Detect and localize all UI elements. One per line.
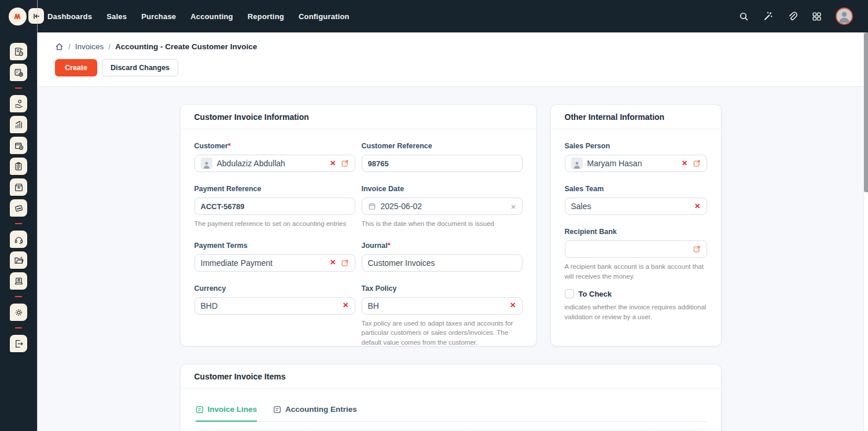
clear-payment-terms-icon[interactable]: ✕: [330, 259, 336, 266]
invoice-date-help: This is the date when the document is is…: [362, 219, 523, 229]
home-icon[interactable]: [55, 42, 64, 51]
collapse-sidebar-button[interactable]: [28, 8, 44, 24]
currency-input[interactable]: BHD ✕: [194, 297, 355, 315]
to-check-label: To Check: [579, 290, 612, 298]
sales-person-field: Sales Person Maryam Hasan ✕: [565, 142, 707, 172]
breadcrumb-current-page: Accounting - Create Customer Invoice: [115, 42, 257, 51]
avatar-person-icon: [837, 9, 852, 24]
breadcrumb-invoices[interactable]: Invoices: [75, 42, 104, 51]
card-title: Other Internal Information: [565, 112, 665, 122]
journal-field: Journal* Customer Invoices: [362, 242, 523, 272]
clear-currency-icon[interactable]: ✕: [343, 302, 348, 309]
search-icon[interactable]: [738, 11, 749, 21]
nav-menu-sales[interactable]: Sales: [106, 12, 127, 21]
journal-input[interactable]: Customer Invoices: [362, 254, 523, 272]
sidebar-divider: [37, 0, 38, 431]
sidebar-item-donations[interactable]: [10, 95, 27, 112]
sidebar-separator: [15, 296, 22, 297]
to-check-field[interactable]: To Check: [565, 289, 707, 298]
required-mark: *: [388, 242, 391, 250]
customer-label: Customer*: [194, 142, 355, 150]
invoice-date-input[interactable]: 2025-06-02 ×: [362, 198, 523, 215]
nav-menu-dashboards[interactable]: Dashboards: [47, 12, 92, 21]
top-navbar: Dashboards Sales Purchase Accounting Rep…: [0, 0, 868, 32]
open-payment-terms-icon[interactable]: [341, 259, 349, 267]
logo-icon: [13, 12, 23, 21]
payment-terms-value: Immediate Payment: [201, 258, 273, 268]
discard-changes-button[interactable]: Discard Changes: [102, 59, 178, 76]
nav-menu-bar: Dashboards Sales Purchase Accounting Rep…: [47, 0, 350, 32]
sidebar-item-accounting[interactable]: [10, 64, 27, 81]
collapse-sidebar-icon: [32, 12, 41, 20]
open-recipient-bank-icon[interactable]: [693, 245, 701, 253]
payment-reference-input[interactable]: ACCT-56789: [194, 198, 355, 215]
invoice-date-field: Invoice Date 2025-06-02 × This is the da…: [362, 185, 523, 229]
navbar-actions: [738, 0, 853, 32]
sidebar-item-orders[interactable]: [10, 158, 27, 175]
open-customer-record-icon[interactable]: [341, 159, 349, 167]
recipient-bank-input[interactable]: [565, 240, 707, 258]
sidebar-item-workspace[interactable]: [10, 272, 27, 290]
tab-accounting-entries[interactable]: Accounting Entries: [273, 405, 357, 422]
nav-menu-purchase[interactable]: Purchase: [141, 12, 176, 21]
sidebar-separator: [15, 87, 22, 89]
payment-reference-help: The payment reference to set on accounti…: [194, 219, 355, 229]
nav-menu-configuration[interactable]: Configuration: [299, 12, 350, 21]
open-sales-person-icon[interactable]: [693, 159, 701, 167]
user-avatar[interactable]: [836, 8, 853, 25]
tab-label: Invoice Lines: [208, 405, 258, 414]
create-button[interactable]: Create: [55, 59, 97, 76]
customer-reference-field: Customer Reference 98765: [362, 142, 523, 172]
sidebar-item-payments[interactable]: [10, 199, 27, 217]
sidebar-item-settings[interactable]: [10, 304, 27, 321]
sidebar-item-documents[interactable]: [10, 251, 27, 269]
sales-team-field: Sales Team Sales ✕: [565, 185, 707, 215]
sidebar-item-logout[interactable]: [10, 335, 27, 352]
payment-terms-input[interactable]: Immediate Payment ✕: [194, 254, 355, 272]
attachment-icon[interactable]: [787, 11, 797, 21]
tax-policy-input[interactable]: BH ✕: [362, 297, 523, 315]
sidebar-item-journal[interactable]: [10, 43, 27, 60]
analytics-chart-icon: [14, 120, 24, 130]
tab-invoice-lines[interactable]: Invoice Lines: [196, 405, 258, 422]
calculator-coins-icon: [14, 68, 24, 78]
customer-reference-value: 98765: [368, 159, 389, 168]
sales-team-input[interactable]: Sales ✕: [565, 198, 707, 215]
headset-support-icon: [14, 235, 24, 244]
payment-terms-field: Payment Terms Immediate Payment ✕: [194, 242, 355, 272]
page-scrollbar: [863, 32, 868, 431]
card-title: Customer Invoice Information: [194, 112, 309, 122]
journal-icon: [14, 47, 24, 57]
card-header: Customer Invoice Information: [181, 105, 536, 129]
customer-invoice-items-card: Customer Invoice Items Invoice Lines Acc…: [180, 364, 722, 431]
tax-policy-help: Tax policy are used to adapt taxes and a…: [362, 319, 523, 348]
payment-reference-value: ACCT-56789: [201, 202, 245, 211]
nav-menu-accounting[interactable]: Accounting: [190, 12, 233, 21]
sidebar-item-analytics[interactable]: [10, 116, 27, 133]
tax-policy-label: Tax Policy: [362, 284, 523, 293]
sidebar-separator: [15, 223, 22, 224]
sales-person-input[interactable]: Maryam Hasan ✕: [565, 155, 707, 172]
sales-team-value: Sales: [571, 202, 591, 211]
scrollbar-thumb[interactable]: [864, 32, 868, 192]
clear-sales-team-icon[interactable]: ✕: [694, 203, 700, 210]
calendar-icon: [368, 202, 376, 210]
clear-tax-policy-icon[interactable]: ✕: [510, 302, 516, 309]
sidebar-item-support[interactable]: [10, 231, 27, 248]
app-logo[interactable]: [9, 8, 27, 25]
sidebar-item-products[interactable]: [10, 137, 27, 154]
breadcrumb-separator: /: [108, 42, 111, 51]
invoice-date-value: 2025-06-02: [381, 202, 422, 211]
clear-customer-icon[interactable]: ✕: [330, 160, 336, 167]
card-header: Other Internal Information: [551, 105, 721, 129]
apps-grid-icon[interactable]: [811, 11, 822, 21]
customer-reference-input[interactable]: 98765: [362, 155, 523, 172]
page-header: / Invoices / Accounting - Create Custome…: [38, 32, 863, 87]
nav-menu-reporting[interactable]: Reporting: [248, 12, 284, 21]
sidebar-item-inventory[interactable]: [10, 178, 27, 196]
magic-wand-icon[interactable]: [763, 11, 773, 21]
to-check-checkbox[interactable]: [565, 289, 574, 298]
clear-date-icon[interactable]: ×: [511, 202, 516, 211]
customer-input[interactable]: Abdulaziz Abdullah ✕: [194, 155, 355, 172]
clear-sales-person-icon[interactable]: ✕: [682, 160, 687, 167]
